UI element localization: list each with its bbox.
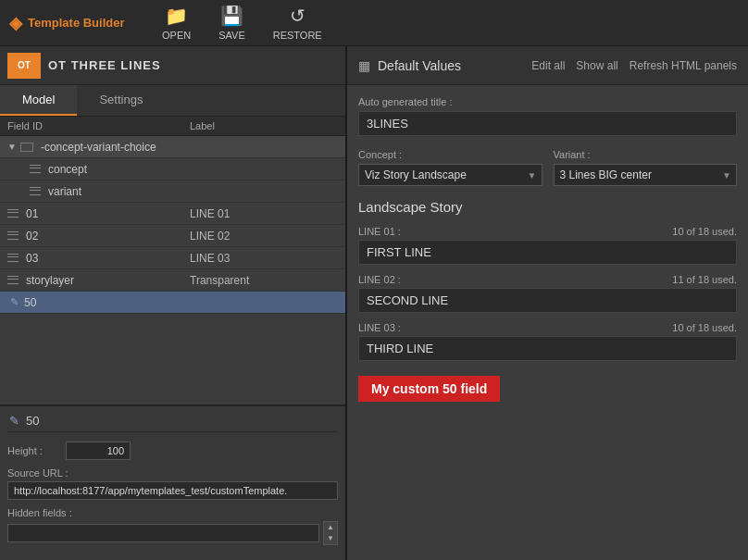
open-icon: 📁: [165, 5, 188, 27]
line03-section: LINE 03 : 10 of 18 used. THIRD LINE: [358, 322, 737, 361]
auto-title-label: Auto generated title :: [358, 96, 737, 107]
line03-value: THIRD LINE: [358, 336, 737, 361]
spinner-down[interactable]: ▼: [324, 533, 337, 544]
hidden-fields-input[interactable]: [7, 524, 319, 542]
concept-label: Concept :: [358, 149, 542, 160]
line02-value: SECOND LINE: [358, 288, 737, 313]
line02-count: 11 of 18 used.: [672, 274, 737, 285]
height-row: Height :: [7, 442, 338, 460]
source-url-row: Source URL :: [7, 467, 338, 500]
line01-value: FIRST LINE: [358, 240, 737, 265]
restore-label: RESTORE: [273, 30, 322, 41]
concept-col: Concept : Viz Story Landscape ▼: [358, 149, 542, 186]
header-logo: OT: [7, 53, 41, 79]
chevron-down-icon: ▼: [7, 142, 17, 152]
line01-section: LINE 01 : 10 of 18 used. FIRST LINE: [358, 226, 737, 265]
field-id-text: variant: [48, 185, 81, 198]
line01-label: LINE 01 :: [358, 226, 401, 237]
custom-field-box[interactable]: My custom 50 field: [358, 376, 500, 402]
concept-select-wrap: Viz Story Landscape ▼: [358, 164, 542, 186]
tab-bar: Model Settings: [0, 85, 345, 117]
restore-button[interactable]: ↺ RESTORE: [273, 5, 322, 41]
line01-header: LINE 01 : 10 of 18 used.: [358, 226, 737, 237]
line02-label: LINE 02 :: [358, 274, 401, 285]
left-panel: OT OT THREE LINES Model Settings Field I…: [0, 46, 347, 560]
open-button[interactable]: 📁 OPEN: [162, 5, 191, 41]
right-content: Auto generated title : 3LINES Concept : …: [347, 85, 748, 560]
field-id-text: 50: [24, 296, 36, 309]
col-id-header: Field ID: [7, 120, 190, 131]
lines-icon: [7, 209, 19, 218]
field-label-text: Transparent: [190, 274, 338, 287]
field-id-text: -concept-variant-choice: [41, 141, 156, 154]
line02-section: LINE 02 : 11 of 18 used. SECOND LINE: [358, 274, 737, 313]
left-header: OT OT THREE LINES: [0, 46, 345, 85]
template-title: OT THREE LINES: [48, 58, 161, 72]
table-row[interactable]: ▼ -concept-variant-choice: [0, 136, 345, 158]
lines-icon: [30, 165, 41, 173]
custom-field-label: My custom 50 field: [371, 381, 487, 396]
app-title-text: Template Builder: [28, 16, 125, 30]
save-label: SAVE: [218, 30, 245, 41]
field-table: Field ID Label ▼ -concept-variant-choice: [0, 117, 345, 404]
field-label-text: LINE 03: [190, 252, 338, 265]
bottom-panel-header: ✎ 50: [7, 414, 338, 432]
height-input[interactable]: [66, 442, 131, 460]
main-layout: OT OT THREE LINES Model Settings Field I…: [0, 46, 748, 560]
lines-icon: [7, 254, 19, 262]
table-row[interactable]: 01 LINE 01: [0, 203, 345, 225]
bottom-panel-title: 50: [26, 414, 39, 428]
col-label-header: Label: [190, 120, 338, 131]
edit-icon-header: ✎: [7, 415, 20, 428]
open-label: OPEN: [162, 30, 191, 41]
panel-icon: ▦: [358, 58, 370, 73]
toolbar: 📁 OPEN 💾 SAVE ↺ RESTORE: [143, 5, 322, 41]
field-id-text: storylayer: [26, 274, 74, 287]
right-header-actions: Edit all Show all Refresh HTML panels: [531, 59, 737, 72]
app-logo-icon: ◈: [9, 13, 22, 33]
field-id-text: 01: [26, 207, 38, 220]
landscape-story-label: Landscape Story: [358, 199, 737, 215]
edit-icon: ✎: [7, 296, 20, 309]
restore-icon: ↺: [290, 5, 305, 27]
save-icon: 💾: [220, 5, 243, 27]
auto-title-value: 3LINES: [358, 111, 737, 136]
panel-title: Default Values: [378, 58, 461, 73]
hidden-fields-input-row: ▲ ▼: [7, 521, 338, 545]
edit-all-button[interactable]: Edit all: [531, 59, 565, 72]
table-row[interactable]: 02 LINE 02: [0, 225, 345, 247]
table-row[interactable]: 03 LINE 03: [0, 247, 345, 269]
tab-settings[interactable]: Settings: [77, 85, 165, 116]
spinner-up[interactable]: ▲: [324, 522, 337, 533]
source-url-input[interactable]: [7, 481, 338, 500]
field-id-text: 02: [26, 230, 38, 243]
group-icon: [20, 143, 33, 152]
lines-icon: [7, 231, 19, 240]
table-row[interactable]: ✎ 50: [0, 292, 345, 314]
variant-label: Variant :: [554, 149, 738, 160]
refresh-button[interactable]: Refresh HTML panels: [630, 59, 737, 72]
source-url-label: Source URL :: [7, 467, 338, 479]
line02-header: LINE 02 : 11 of 18 used.: [358, 274, 737, 285]
spinner-control[interactable]: ▲ ▼: [323, 521, 338, 545]
field-label-text: LINE 02: [190, 230, 338, 243]
field-label-text: LINE 01: [190, 207, 338, 220]
line03-count: 10 of 18 used.: [672, 322, 737, 333]
show-all-button[interactable]: Show all: [576, 59, 617, 72]
right-header: ▦ Default Values Edit all Show all Refre…: [347, 46, 748, 85]
right-panel: ▦ Default Values Edit all Show all Refre…: [347, 46, 748, 560]
table-row[interactable]: concept: [0, 158, 345, 180]
variant-select[interactable]: 3 Lines BIG center: [554, 164, 738, 186]
tab-model[interactable]: Model: [0, 85, 77, 116]
field-id-text: concept: [48, 163, 87, 176]
hidden-fields-label: Hidden fields :: [7, 507, 338, 518]
concept-select[interactable]: Viz Story Landscape: [358, 164, 542, 186]
hidden-fields-row: Hidden fields : ▲ ▼: [7, 507, 338, 545]
variant-select-wrap: 3 Lines BIG center ▼: [554, 164, 738, 186]
field-table-header: Field ID Label: [0, 117, 345, 136]
line03-header: LINE 03 : 10 of 18 used.: [358, 322, 737, 333]
line01-count: 10 of 18 used.: [672, 226, 737, 237]
table-row[interactable]: variant: [0, 180, 345, 203]
save-button[interactable]: 💾 SAVE: [218, 5, 245, 41]
table-row[interactable]: storylayer Transparent: [0, 269, 345, 292]
